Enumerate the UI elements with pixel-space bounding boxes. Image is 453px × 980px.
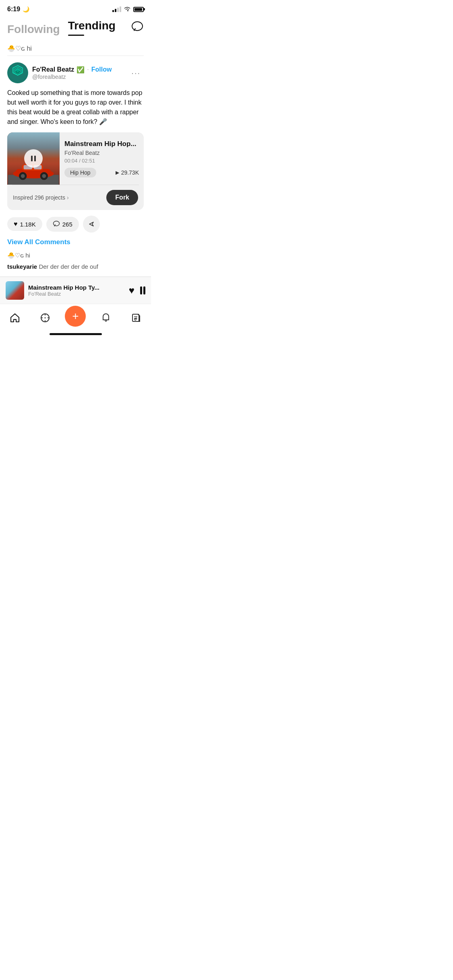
genre-tag[interactable]: Hip Hop: [64, 168, 96, 177]
battery-icon: [133, 7, 144, 12]
like-count: 1.18K: [20, 221, 36, 228]
inspired-label: Inspired 296 projects: [13, 194, 65, 201]
track-meta: Hip Hop ▶ 29.73K: [64, 168, 139, 177]
post-text: Cooked up something that is more towards…: [7, 88, 144, 127]
follow-button[interactable]: Follow: [91, 66, 112, 73]
track-thumbnail[interactable]: [7, 132, 60, 185]
play-count-value: 29.73K: [121, 169, 139, 176]
tab-notifications[interactable]: [96, 309, 116, 326]
comment-count: 265: [62, 221, 72, 228]
avatar[interactable]: [7, 62, 28, 83]
np-actions: ♥: [129, 285, 145, 296]
header: Following Trending: [0, 15, 151, 40]
svg-point-16: [21, 174, 25, 178]
like-button[interactable]: ♥ 1.18K: [7, 217, 42, 231]
share-button[interactable]: [83, 216, 100, 233]
track-title: Mainstream Hip Hop...: [64, 140, 139, 148]
tab-home[interactable]: [5, 309, 25, 326]
post-user-info: Fo'Real Beatz ✅ · Follow @forealbeatz: [32, 66, 124, 80]
track-artist: Fo'Real Beatz: [64, 150, 139, 156]
fork-button[interactable]: Fork: [106, 190, 138, 205]
status-time: 6:19: [7, 6, 20, 13]
tab-following[interactable]: Following: [7, 23, 60, 40]
post-header: Fo'Real Beatz ✅ · Follow @forealbeatz ··…: [7, 62, 144, 83]
svg-point-18: [42, 174, 46, 178]
play-icon: ▶: [116, 170, 119, 175]
play-count: ▶ 29.73K: [116, 169, 139, 176]
verified-badge: ✅: [77, 66, 85, 74]
status-icons: [112, 6, 144, 13]
post-username: Fo'Real Beatz: [32, 66, 74, 73]
username-row: Fo'Real Beatz ✅ · Follow: [32, 66, 124, 74]
music-card-bottom: Inspired 296 projects › Fork: [7, 185, 144, 210]
emoji-status-row: 🐣♡ɢ hi: [0, 40, 151, 56]
comment-button[interactable]: 265: [46, 217, 79, 232]
add-icon: +: [72, 310, 79, 323]
np-thumbnail[interactable]: [6, 281, 24, 300]
heart-icon: ♥: [14, 220, 18, 228]
actions-row: ♥ 1.18K 265: [0, 216, 151, 238]
pause-bar-1: [140, 286, 142, 294]
track-time: 00:04 / 02:51: [64, 158, 139, 164]
tab-add-button[interactable]: +: [65, 306, 86, 327]
post-handle: @forealbeatz: [32, 74, 124, 80]
home-indicator: [0, 330, 151, 337]
comment-text: Der der der der de ouf: [39, 263, 98, 270]
status-bar: 6:19 🌙: [0, 0, 151, 15]
track-info: Mainstream Hip Hop... Fo'Real Beatz 00:0…: [60, 132, 144, 185]
tab-bar: +: [0, 304, 151, 330]
svg-point-0: [132, 22, 143, 31]
separator: ·: [87, 66, 89, 73]
chat-button[interactable]: [131, 20, 144, 40]
chevron-right-icon: ›: [67, 194, 69, 201]
svg-rect-19: [31, 156, 33, 161]
svg-rect-20: [34, 156, 36, 161]
wifi-icon: [124, 6, 131, 13]
comment-icon: [53, 220, 60, 229]
home-bar: [50, 333, 102, 335]
tab-library[interactable]: [126, 309, 146, 326]
pause-bar-2: [143, 286, 145, 294]
tab-discover[interactable]: [35, 309, 55, 326]
np-info: Mainstream Hip Hop Ty... Fo'Real Beatz: [28, 284, 125, 297]
tab-trending[interactable]: Trending: [68, 19, 116, 40]
post: Fo'Real Beatz ✅ · Follow @forealbeatz ··…: [0, 56, 151, 210]
np-title: Mainstream Hip Hop Ty...: [28, 284, 125, 291]
comment-row-2: tsukeyarie Der der der der de ouf: [0, 261, 151, 272]
signal-icon: [112, 6, 121, 12]
np-artist: Fo'Real Beatz: [28, 291, 125, 297]
svg-point-23: [44, 317, 46, 319]
inspired-projects[interactable]: Inspired 296 projects ›: [13, 194, 69, 201]
more-button[interactable]: ···: [128, 67, 144, 79]
comment-row-1: 🐣♡ɢ hi: [0, 250, 151, 261]
now-playing-bar: Mainstream Hip Hop Ty... Fo'Real Beatz ♥: [0, 277, 151, 304]
music-card: Mainstream Hip Hop... Fo'Real Beatz 00:0…: [7, 132, 144, 210]
np-pause-button[interactable]: [140, 286, 145, 294]
view-all-comments[interactable]: View All Comments: [0, 238, 151, 250]
comment-emoji: 🐣♡ɢ hi: [7, 252, 30, 259]
svg-point-21: [53, 221, 59, 226]
music-card-top: Mainstream Hip Hop... Fo'Real Beatz 00:0…: [7, 132, 144, 185]
np-heart-button[interactable]: ♥: [129, 285, 134, 296]
moon-icon: 🌙: [23, 6, 29, 12]
play-pause-button[interactable]: [24, 149, 43, 168]
comment-username: tsukeyarie: [7, 263, 37, 270]
